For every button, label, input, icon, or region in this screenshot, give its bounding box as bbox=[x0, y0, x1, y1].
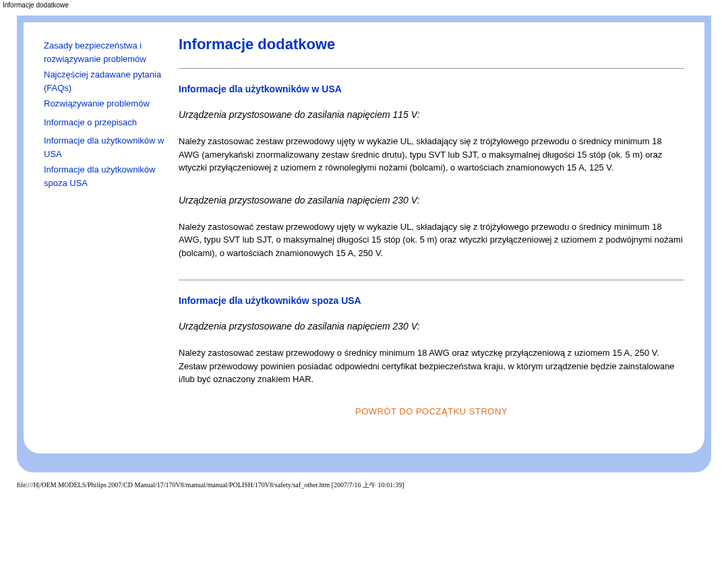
divider bbox=[179, 68, 684, 69]
body-text-115v: Należy zastosować zestaw przewodowy ujęt… bbox=[179, 135, 684, 175]
sidebar-link-usa-users[interactable]: Informacje dla użytkowników w USA bbox=[44, 134, 169, 160]
body-text-230v-usa: Należy zastosować zestaw przewodowy ujęt… bbox=[179, 220, 684, 260]
sidebar-link-faqs[interactable]: Najczęściej zadawane pytania (FAQs) bbox=[44, 68, 169, 94]
subheading-115v: Urządzenia przystosowane do zasilania na… bbox=[179, 109, 684, 120]
window-title: Informacje dodatkowe bbox=[0, 0, 728, 10]
sidebar-link-safety[interactable]: Zasady bezpieczeństwa i rozwiązywanie pr… bbox=[44, 39, 169, 65]
body-text-230v-nonusa: Należy zastosować zestaw przewodowy o śr… bbox=[179, 346, 684, 386]
main-content: Informacje dodatkowe Informacje dla użyt… bbox=[169, 36, 684, 416]
subheading-230v-usa: Urządzenia przystosowane do zasilania na… bbox=[179, 195, 684, 206]
section-heading-usa: Informacje dla użytkowników w USA bbox=[179, 84, 684, 94]
page-title: Informacje dodatkowe bbox=[179, 36, 684, 53]
back-to-top-link[interactable]: POWRÓT DO POCZĄTKU STRONY bbox=[179, 406, 684, 416]
outer-frame: Zasady bezpieczeństwa i rozwiązywanie pr… bbox=[17, 15, 711, 472]
sidebar-link-regulations[interactable]: Informacje o przepisach bbox=[44, 116, 169, 129]
divider bbox=[179, 280, 684, 280]
sidebar: Zasady bezpieczeństwa i rozwiązywanie pr… bbox=[44, 36, 169, 416]
footer-file-path: file:///H|/OEM MODELS/Philips 2007/CD Ma… bbox=[0, 472, 728, 498]
inner-page: Zasady bezpieczeństwa i rozwiązywanie pr… bbox=[24, 22, 704, 454]
subheading-230v-nonusa: Urządzenia przystosowane do zasilania na… bbox=[179, 321, 684, 332]
sidebar-link-nonusa-users[interactable]: Informacje dla użytkowników spoza USA bbox=[44, 163, 169, 189]
section-heading-nonusa: Informacje dla użytkowników spoza USA bbox=[179, 295, 684, 306]
sidebar-link-troubleshoot[interactable]: Rozwiązywanie problemów bbox=[44, 97, 169, 111]
